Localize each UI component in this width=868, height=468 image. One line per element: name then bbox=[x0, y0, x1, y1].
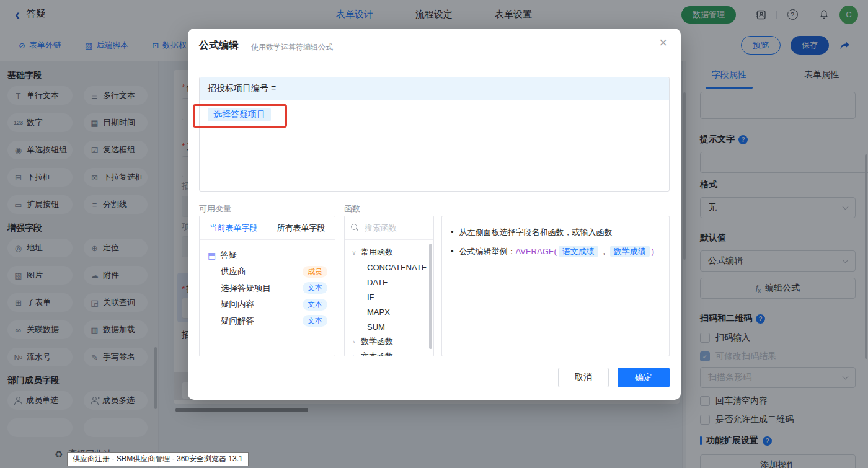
variable-row[interactable]: 疑问解答 文本 bbox=[208, 313, 327, 330]
variables-panel: 当前表单字段 所有表单字段 ▤ 答疑 供应商 成员 选择答疑项目 文本 疑问内容… bbox=[199, 216, 335, 356]
modal-title: 公式编辑 bbox=[199, 39, 239, 52]
function-item[interactable]: MAPX bbox=[351, 304, 433, 319]
variable-row[interactable]: 疑问内容 文本 bbox=[208, 296, 327, 313]
group-label: 常用函数 bbox=[361, 247, 393, 258]
hint-field-chip: 语文成绩 bbox=[559, 246, 598, 257]
variable-row[interactable]: 供应商 成员 bbox=[208, 263, 327, 280]
chevron-down-icon: ∨ bbox=[351, 249, 357, 256]
tab-current-form-fields[interactable]: 当前表单字段 bbox=[200, 216, 267, 239]
function-item[interactable]: IF bbox=[351, 289, 433, 304]
variable-name: 疑问内容 bbox=[221, 299, 254, 310]
browser-tooltip: 供应商注册 - SRM供应商管理 - 360安全浏览器 13.1 bbox=[67, 452, 249, 466]
form-doc-icon: ▤ bbox=[208, 250, 216, 260]
function-item[interactable]: CONCATENATE bbox=[351, 260, 433, 275]
function-search-input[interactable] bbox=[363, 223, 417, 233]
modal-subtitle: 使用数学运算符编辑公式 bbox=[251, 42, 333, 53]
chevron-right-icon: › bbox=[351, 338, 357, 345]
variable-tree-root[interactable]: ▤ 答疑 bbox=[208, 247, 327, 263]
hint-function-name: AVERAGE( bbox=[516, 247, 557, 256]
type-badge-member: 成员 bbox=[303, 266, 327, 278]
formula-body[interactable]: 选择答疑项目 bbox=[200, 100, 669, 129]
formula-editor: 招投标项目编号 = 选择答疑项目 bbox=[199, 77, 670, 192]
function-item[interactable]: DATE bbox=[351, 275, 433, 289]
close-icon[interactable]: × bbox=[659, 36, 667, 50]
variable-row[interactable]: 选择答疑项目 文本 bbox=[208, 280, 327, 297]
function-group-text[interactable]: › 文本函数 bbox=[351, 349, 433, 356]
variables-label: 可用变量 bbox=[199, 203, 231, 214]
hint-example-prefix: 公式编辑举例： bbox=[459, 247, 516, 256]
formula-lhs: 招投标项目编号 = bbox=[200, 77, 669, 100]
type-badge-text: 文本 bbox=[303, 315, 327, 327]
hint-panel: • 从左侧面板选择字段名和函数，或输入函数 • 公式编辑举例：AVERAGE(语… bbox=[441, 216, 670, 356]
group-label: 文本函数 bbox=[361, 351, 393, 356]
type-badge-text: 文本 bbox=[303, 282, 327, 294]
functions-scrollbar[interactable] bbox=[429, 244, 432, 349]
hint-line-2: • 公式编辑举例：AVERAGE(语文成绩，数学成绩) bbox=[451, 245, 660, 258]
functions-label: 函数 bbox=[344, 203, 360, 214]
tab-all-form-fields[interactable]: 所有表单字段 bbox=[267, 216, 335, 239]
search-icon bbox=[351, 224, 359, 232]
function-group-common[interactable]: ∨ 常用函数 bbox=[351, 245, 433, 260]
chevron-right-icon: › bbox=[351, 353, 357, 357]
variable-name: 供应商 bbox=[221, 266, 246, 277]
cancel-button[interactable]: 取消 bbox=[558, 368, 609, 387]
hint-field-chip: 数学成绩 bbox=[610, 246, 650, 257]
formula-edit-modal: 公式编辑 使用数学运算符编辑公式 × 招投标项目编号 = 选择答疑项目 可用变量… bbox=[188, 29, 681, 400]
group-label: 数学函数 bbox=[361, 336, 393, 347]
confirm-button[interactable]: 确定 bbox=[618, 368, 670, 387]
root-label: 答疑 bbox=[220, 250, 237, 261]
hint-line-1: • 从左侧面板选择字段名和函数，或输入函数 bbox=[451, 226, 660, 239]
function-item[interactable]: SUM bbox=[351, 319, 433, 334]
function-group-math[interactable]: › 数学函数 bbox=[351, 334, 433, 349]
hint-close-paren: ) bbox=[652, 247, 654, 256]
formula-field-token[interactable]: 选择答疑项目 bbox=[208, 108, 271, 121]
type-badge-text: 文本 bbox=[303, 299, 327, 311]
variable-name: 疑问解答 bbox=[221, 316, 254, 327]
hint-comma: ， bbox=[600, 247, 608, 256]
variable-name: 选择答疑项目 bbox=[221, 283, 271, 294]
functions-panel: ∨ 常用函数 CONCATENATE DATE IF MAPX SUM › 数学… bbox=[344, 216, 434, 356]
